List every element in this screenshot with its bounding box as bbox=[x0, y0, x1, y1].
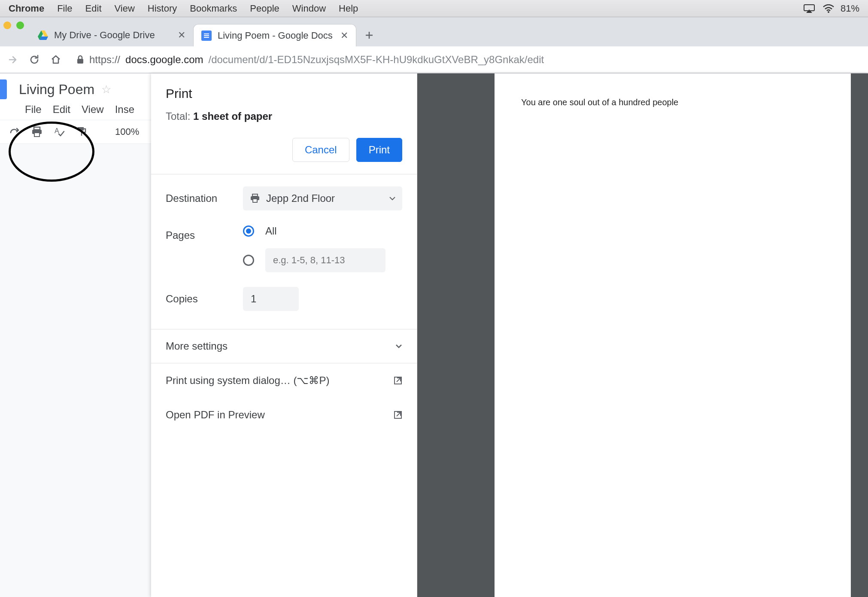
tab-title: My Drive - Google Drive bbox=[54, 30, 155, 41]
docs-menu-edit[interactable]: Edit bbox=[53, 104, 70, 116]
pages-label: Pages bbox=[166, 225, 243, 241]
docs-logo-icon[interactable] bbox=[0, 79, 7, 99]
battery-percent: 81% bbox=[841, 3, 859, 14]
forward-icon[interactable] bbox=[6, 53, 20, 67]
minimize-dot[interactable] bbox=[3, 21, 11, 29]
docs-favicon-icon bbox=[201, 30, 212, 41]
menubar-people[interactable]: People bbox=[250, 3, 279, 14]
external-link-icon bbox=[394, 376, 402, 385]
svg-point-2 bbox=[828, 11, 829, 13]
chrome-top: My Drive - Google Drive ✕ Living Poem - … bbox=[0, 17, 868, 73]
preview-text: You are one soul out of a hundred people bbox=[521, 97, 824, 107]
destination-label: Destination bbox=[166, 192, 243, 204]
menubar-app[interactable]: Chrome bbox=[9, 3, 44, 14]
cancel-button[interactable]: Cancel bbox=[292, 138, 349, 162]
chevron-down-icon bbox=[389, 196, 395, 201]
macos-menubar: Chrome File Edit View History Bookmarks … bbox=[0, 0, 868, 17]
pages-all-label: All bbox=[265, 225, 277, 237]
redo-icon[interactable] bbox=[9, 126, 21, 138]
omnibox-row: https://docs.google.com/document/d/1-ED1… bbox=[0, 46, 868, 73]
docs-area: Living Poem ☆ File Edit View Inse A 100%… bbox=[0, 73, 868, 597]
omnibox[interactable]: https://docs.google.com/document/d/1-ED1… bbox=[70, 54, 862, 66]
wifi-icon[interactable] bbox=[822, 4, 835, 13]
menubar-file[interactable]: File bbox=[57, 3, 72, 14]
spellcheck-icon[interactable]: A bbox=[53, 126, 65, 138]
menubar-help[interactable]: Help bbox=[339, 3, 358, 14]
home-icon[interactable] bbox=[49, 53, 63, 67]
lock-icon bbox=[76, 55, 84, 64]
zoom-level[interactable]: 100% bbox=[115, 126, 139, 137]
paint-format-icon[interactable] bbox=[76, 126, 88, 138]
menubar-view[interactable]: View bbox=[115, 3, 135, 14]
menubar-history[interactable]: History bbox=[148, 3, 177, 14]
print-total: Total: 1 sheet of paper bbox=[166, 110, 402, 122]
system-dialog-link[interactable]: Print using system dialog… (⌥⌘P) bbox=[151, 363, 417, 398]
printer-icon bbox=[250, 194, 260, 203]
docs-menu-insert[interactable]: Inse bbox=[115, 104, 134, 116]
svg-rect-8 bbox=[77, 59, 83, 64]
open-pdf-label: Open PDF in Preview bbox=[166, 409, 265, 421]
svg-rect-9 bbox=[34, 127, 40, 130]
menubar-edit[interactable]: Edit bbox=[85, 3, 102, 14]
destination-value: Jepp 2nd Floor bbox=[266, 192, 335, 204]
tab-my-drive[interactable]: My Drive - Google Drive ✕ bbox=[30, 24, 193, 46]
print-preview[interactable]: You are one soul out of a hundred people bbox=[417, 73, 868, 597]
window-traffic-lights[interactable] bbox=[3, 21, 24, 29]
copies-label: Copies bbox=[166, 293, 243, 305]
print-title: Print bbox=[166, 86, 402, 101]
new-tab-button[interactable] bbox=[360, 26, 379, 45]
more-settings-toggle[interactable]: More settings bbox=[151, 329, 417, 363]
menubar-window[interactable]: Window bbox=[292, 3, 326, 14]
print-icon[interactable] bbox=[31, 126, 43, 138]
pages-all-radio[interactable] bbox=[243, 225, 254, 237]
destination-select[interactable]: Jepp 2nd Floor bbox=[243, 186, 402, 210]
open-pdf-link[interactable]: Open PDF in Preview bbox=[151, 398, 417, 432]
tab-living-poem[interactable]: Living Poem - Google Docs ✕ bbox=[193, 24, 356, 46]
star-icon[interactable]: ☆ bbox=[101, 83, 111, 96]
svg-line-18 bbox=[397, 378, 401, 382]
svg-line-20 bbox=[397, 412, 401, 416]
drive-favicon-icon bbox=[38, 30, 48, 40]
url-path: /document/d/1-ED15NzuxjsqsMX5F-KH-hU9kdk… bbox=[209, 54, 544, 66]
url-host: docs.google.com bbox=[125, 54, 203, 66]
svg-rect-14 bbox=[252, 194, 258, 196]
preview-page: You are one soul out of a hundred people bbox=[495, 73, 851, 597]
svg-text:A: A bbox=[55, 127, 59, 134]
close-icon[interactable]: ✕ bbox=[178, 30, 185, 41]
document-title[interactable]: Living Poem bbox=[19, 82, 94, 97]
pages-custom-radio[interactable] bbox=[243, 255, 254, 266]
print-sidebar: Print Total: 1 sheet of paper Cancel Pri… bbox=[151, 73, 417, 597]
tab-title: Living Poem - Google Docs bbox=[218, 30, 333, 41]
copies-input[interactable] bbox=[243, 287, 299, 311]
external-link-icon bbox=[394, 411, 402, 419]
reload-icon[interactable] bbox=[27, 53, 41, 67]
zoom-dot[interactable] bbox=[16, 21, 24, 29]
docs-menu-file[interactable]: File bbox=[25, 104, 42, 116]
svg-rect-11 bbox=[34, 133, 39, 137]
svg-rect-13 bbox=[78, 127, 84, 131]
menubar-bookmarks[interactable]: Bookmarks bbox=[190, 3, 237, 14]
more-settings-label: More settings bbox=[166, 340, 228, 352]
airplay-icon[interactable] bbox=[804, 4, 815, 13]
svg-rect-16 bbox=[253, 199, 257, 202]
system-dialog-label: Print using system dialog… (⌥⌘P) bbox=[166, 375, 329, 387]
close-icon[interactable]: ✕ bbox=[340, 30, 348, 41]
print-button[interactable]: Print bbox=[356, 138, 402, 162]
tab-strip: My Drive - Google Drive ✕ Living Poem - … bbox=[0, 17, 868, 46]
print-dialog: Print Total: 1 sheet of paper Cancel Pri… bbox=[151, 73, 868, 597]
docs-menu-view[interactable]: View bbox=[82, 104, 104, 116]
url-scheme: https:// bbox=[89, 54, 120, 66]
chevron-down-icon bbox=[395, 344, 402, 349]
pages-range-input[interactable] bbox=[265, 248, 385, 272]
